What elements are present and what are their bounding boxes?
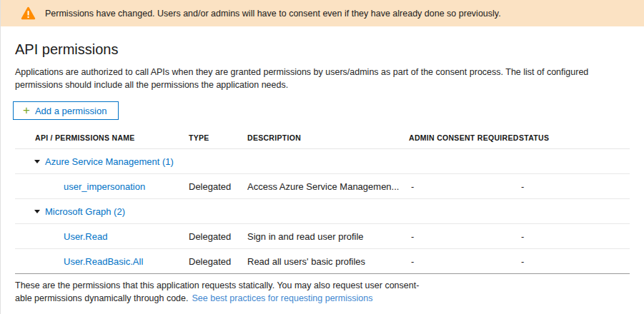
permission-type: Delegated <box>189 256 247 267</box>
table-row[interactable]: user_impersonation Delegated Access Azur… <box>15 174 630 199</box>
table-row[interactable]: User.Read Delegated Sign in and read use… <box>15 224 630 249</box>
note-line2: able permissions dynamically through cod… <box>15 293 189 303</box>
header-admin-consent-required: ADMIN CONSENT REQUIRED <box>408 133 518 142</box>
warning-banner-message: Permissions have changed. Users and/or a… <box>45 9 501 19</box>
warning-triangle-icon <box>21 6 36 20</box>
add-permission-label: Add a permission <box>35 106 106 116</box>
status-value: - <box>518 231 630 242</box>
header-status: STATUS <box>518 133 630 142</box>
group-name-link[interactable]: Microsoft Graph (2) <box>45 206 125 217</box>
page-description: Applications are authorized to call APIs… <box>15 66 630 91</box>
permission-description: Sign in and read user profile <box>247 231 408 242</box>
chevron-down-icon[interactable] <box>34 160 40 163</box>
permission-name-cell: User.Read <box>15 231 189 242</box>
permission-type: Delegated <box>189 231 247 242</box>
header-type: TYPE <box>189 133 247 142</box>
permission-name-cell: User.ReadBasic.All <box>15 256 189 267</box>
permission-description: Read all users' basic profiles <box>247 256 408 267</box>
table-header-row: API / PERMISSIONS NAME TYPE DESCRIPTION … <box>15 127 630 149</box>
header-description: DESCRIPTION <box>247 133 408 142</box>
group-name-link[interactable]: Azure Service Management (1) <box>45 156 174 167</box>
best-practices-link[interactable]: See best practices for requesting permis… <box>192 293 373 303</box>
admin-consent-value: - <box>408 181 518 192</box>
permission-name-cell: user_impersonation <box>15 181 189 192</box>
group-row-microsoft-graph[interactable]: Microsoft Graph (2) <box>15 199 630 224</box>
permission-link[interactable]: User.ReadBasic.All <box>64 256 143 267</box>
status-value: - <box>518 256 630 267</box>
table-row[interactable]: User.ReadBasic.All Delegated Read all us… <box>15 249 630 274</box>
permission-link[interactable]: User.Read <box>64 231 107 242</box>
status-value: - <box>518 181 630 192</box>
page-title: API permissions <box>15 41 644 58</box>
chevron-down-icon[interactable] <box>34 210 40 213</box>
group-toggle[interactable]: Microsoft Graph (2) <box>15 206 189 217</box>
permission-link[interactable]: user_impersonation <box>64 181 145 192</box>
plus-icon: + <box>23 104 30 116</box>
permissions-table: API / PERMISSIONS NAME TYPE DESCRIPTION … <box>15 127 630 274</box>
group-toggle[interactable]: Azure Service Management (1) <box>15 156 189 167</box>
admin-consent-value: - <box>408 256 518 267</box>
static-permissions-note: These are the permissions that this appl… <box>15 279 630 305</box>
group-row-azure-service-management[interactable]: Azure Service Management (1) <box>15 149 630 174</box>
warning-banner: Permissions have changed. Users and/or a… <box>1 0 644 26</box>
permission-description: Access Azure Service Managemen... <box>247 181 408 192</box>
permission-type: Delegated <box>189 181 247 192</box>
note-line1: These are the permissions that this appl… <box>15 280 419 290</box>
header-api-permissions-name: API / PERMISSIONS NAME <box>15 133 189 142</box>
add-permission-button[interactable]: + Add a permission <box>13 101 119 120</box>
admin-consent-value: - <box>408 231 518 242</box>
